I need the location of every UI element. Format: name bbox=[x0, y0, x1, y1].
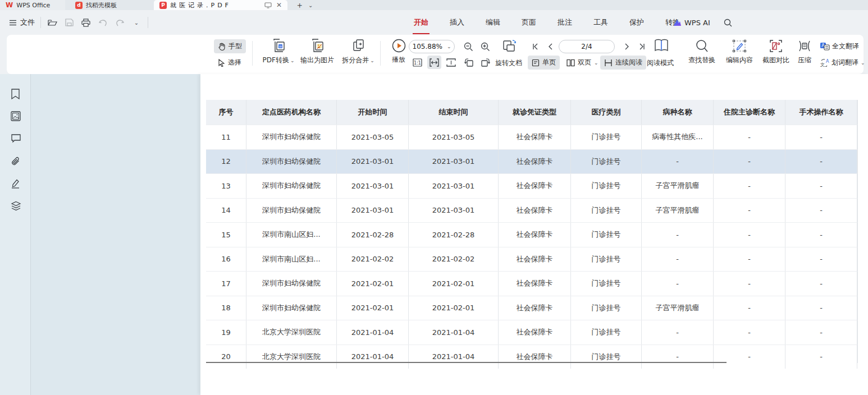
find-replace-button[interactable]: 查找替换 bbox=[685, 39, 719, 65]
table-row[interactable]: 11深圳市妇幼保健院2021-03-052021-03-05社会保障卡门诊挂号病… bbox=[206, 125, 857, 149]
table-row[interactable]: 15深圳市南山区妇...2021-02-282021-02-28社会保障卡门诊挂… bbox=[206, 222, 857, 247]
table-row[interactable]: 18深圳市妇幼保健院2021-02-012021-02-01社会保障卡门诊挂号子… bbox=[206, 296, 857, 320]
menu-page[interactable]: 页面 bbox=[520, 17, 537, 27]
save-button[interactable] bbox=[63, 17, 75, 28]
play-button[interactable]: 播放 bbox=[384, 39, 413, 65]
continuous-read-button[interactable]: 连续阅读 bbox=[600, 56, 646, 70]
menu-comment[interactable]: 批注 bbox=[556, 17, 573, 27]
read-mode-icon[interactable] bbox=[654, 38, 669, 53]
double-page-button[interactable]: 双页 ⌄ bbox=[563, 56, 602, 70]
compress-button[interactable]: 压缩 bbox=[792, 39, 817, 65]
page-number-input[interactable]: 2/4 bbox=[559, 40, 615, 53]
table-cell: 2021-02-02 bbox=[409, 247, 499, 272]
table-cell: 病毒性其他疾... bbox=[642, 125, 714, 149]
table-row[interactable]: 14深圳市妇幼保健院2021-03-012021-03-01社会保障卡门诊挂号子… bbox=[206, 198, 857, 223]
export-image-button[interactable]: 输出为图片 bbox=[298, 39, 337, 65]
full-translate-icon: A bbox=[820, 42, 830, 50]
menu-bar: 文件 ⌄ 开始 插入 编辑 页面 批注 工具 保护 转换 bbox=[0, 10, 868, 35]
table-row[interactable]: 13深圳市妇幼保健院2021-03-012021-03-01社会保障卡门诊挂号子… bbox=[206, 173, 857, 198]
signature-panel-icon[interactable] bbox=[11, 178, 21, 189]
wps-ai-button[interactable]: WPS AI bbox=[673, 19, 710, 27]
page-indicator: 2/4 bbox=[581, 43, 592, 50]
zoom-value: 105.88% bbox=[413, 43, 442, 50]
pdf-page[interactable]: 序号定点医药机构名称开始时间结束时间就诊凭证类型医疗类别病种名称住院主诊断名称手… bbox=[200, 74, 868, 395]
tab-document-active[interactable]: P 就医记录.PDF ✕ bbox=[154, 0, 287, 10]
table-cell: 2021-03-01 bbox=[409, 174, 499, 198]
column-header: 定点医药机构名称 bbox=[246, 100, 337, 125]
table-cell: - bbox=[785, 345, 857, 369]
attachment-panel-icon[interactable] bbox=[11, 156, 21, 166]
table-cell: - bbox=[642, 247, 714, 272]
next-page-button[interactable] bbox=[620, 40, 634, 53]
table-cell: 18 bbox=[206, 296, 246, 320]
tab-docer-templates[interactable]: d 找稻壳模板 bbox=[70, 0, 147, 10]
close-tab-icon[interactable]: ✕ bbox=[276, 2, 282, 8]
menu-tools[interactable]: 工具 bbox=[592, 17, 609, 27]
fit-width-button[interactable] bbox=[427, 56, 441, 69]
table-row[interactable]: 12深圳市妇幼保健院2021-03-012021-03-01社会保障卡门诊挂号-… bbox=[206, 149, 857, 174]
hand-tool-button[interactable]: 手型 bbox=[214, 39, 246, 53]
search-icon[interactable] bbox=[723, 17, 734, 28]
table-cell: 深圳市南山区妇... bbox=[246, 247, 337, 272]
fit-page-button[interactable] bbox=[444, 56, 458, 69]
column-header: 病种名称 bbox=[642, 100, 714, 125]
column-header: 医疗类别 bbox=[571, 100, 642, 125]
table-row[interactable]: 19北京大学深圳医院2021-01-042021-01-04社会保障卡门诊挂号-… bbox=[206, 320, 857, 345]
pdf-file-icon: P bbox=[159, 2, 167, 9]
table-row[interactable]: 17深圳市妇幼保健院2021-02-012021-02-01社会保障卡门诊挂号-… bbox=[206, 271, 857, 296]
table-cell: 深圳市妇幼保健院 bbox=[246, 199, 337, 223]
pdf-convert-button[interactable]: W PDF转换⌄ bbox=[257, 39, 300, 65]
table-cell: 社会保障卡 bbox=[499, 125, 571, 149]
screenshot-compare-button[interactable]: 截图对比 bbox=[759, 39, 793, 65]
zoom-level-select[interactable]: 105.88% ⌄ bbox=[409, 40, 455, 53]
table-cell: 社会保障卡 bbox=[499, 174, 571, 198]
table-cell: 2021-03-05 bbox=[337, 125, 409, 149]
thumbnail-panel-icon[interactable] bbox=[11, 111, 21, 121]
cursor-icon bbox=[218, 59, 225, 67]
split-merge-button[interactable]: 拆分合并⌄ bbox=[338, 39, 378, 65]
table-row[interactable]: 16深圳市南山区妇...2021-02-022021-02-02社会保障卡门诊挂… bbox=[206, 247, 857, 272]
menu-edit[interactable]: 编辑 bbox=[485, 17, 501, 27]
table-cell: 2021-03-01 bbox=[409, 199, 499, 223]
rotate-right-button[interactable] bbox=[478, 56, 492, 69]
open-file-button[interactable] bbox=[47, 17, 58, 28]
file-menu-button[interactable]: 文件 bbox=[9, 17, 35, 27]
rotate-document-icon[interactable] bbox=[502, 39, 518, 54]
bookmark-icon[interactable] bbox=[11, 89, 21, 99]
table-row[interactable]: 20北京大学深圳医院2021-01-042021-01-04社会保障卡门诊挂号-… bbox=[206, 345, 857, 369]
compress-label: 压缩 bbox=[798, 56, 811, 65]
redo-button[interactable] bbox=[114, 17, 125, 28]
chevron-down-icon: ⌄ bbox=[594, 60, 599, 66]
edit-content-button[interactable]: 编辑内容 bbox=[723, 39, 756, 65]
column-header: 就诊凭证类型 bbox=[499, 100, 571, 125]
tab-wps-office[interactable]: W WPS Office bbox=[0, 0, 65, 10]
zoom-in-button[interactable] bbox=[478, 40, 492, 53]
first-page-button[interactable] bbox=[528, 40, 542, 53]
zoom-out-button[interactable] bbox=[462, 40, 476, 53]
select-tool-button[interactable]: 选择 bbox=[214, 56, 245, 70]
word-translate-button[interactable]: A文 划词翻译 ⌄ bbox=[820, 58, 865, 67]
rotate-document-button[interactable]: 旋转文档 bbox=[495, 58, 522, 68]
more-actions-chevron-icon[interactable]: ⌄ bbox=[131, 17, 142, 28]
rotate-left-button[interactable] bbox=[462, 56, 476, 69]
read-mode-button[interactable]: 阅读模式 bbox=[647, 58, 674, 68]
menu-protect[interactable]: 保护 bbox=[628, 17, 645, 27]
menu-insert[interactable]: 插入 bbox=[449, 17, 465, 27]
table-cell: - bbox=[642, 150, 714, 174]
hamburger-icon bbox=[9, 20, 17, 26]
menu-home[interactable]: 开始 bbox=[413, 17, 430, 27]
table-cell: - bbox=[785, 125, 857, 149]
actual-size-button[interactable]: 1:1 bbox=[410, 56, 424, 69]
table-cell: 14 bbox=[206, 199, 246, 223]
previous-page-button[interactable] bbox=[543, 40, 557, 53]
undo-button[interactable] bbox=[97, 17, 108, 28]
comments-panel-icon[interactable] bbox=[11, 134, 21, 144]
print-button[interactable] bbox=[80, 17, 92, 28]
layers-panel-icon[interactable] bbox=[11, 201, 21, 211]
tab-list-chevron-icon[interactable]: ⌄ bbox=[308, 2, 313, 8]
full-translate-button[interactable]: A 全文翻译 bbox=[820, 42, 859, 51]
last-page-button[interactable] bbox=[635, 40, 649, 53]
single-page-button[interactable]: 单页 bbox=[528, 56, 560, 70]
new-tab-icon[interactable]: ＋ bbox=[295, 0, 304, 11]
present-to-screen-icon[interactable] bbox=[264, 2, 272, 8]
